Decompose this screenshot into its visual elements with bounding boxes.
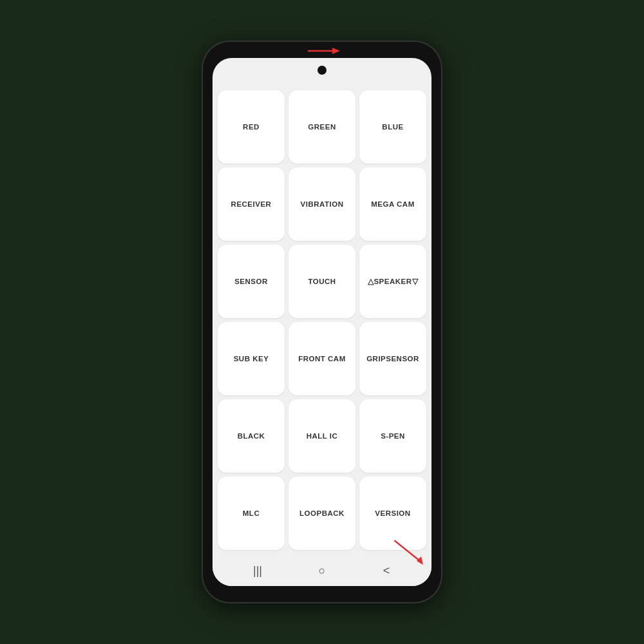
bottom-annotation-arrow xyxy=(394,540,430,569)
grid-btn-receiver[interactable]: RECEIVER xyxy=(218,167,285,241)
grid-btn-hall-ic[interactable]: HALL IC xyxy=(289,399,355,473)
grid-btn-green[interactable]: GREEN xyxy=(289,90,355,164)
home-button[interactable]: ○ xyxy=(309,558,335,583)
grid-btn-mlc[interactable]: MLC xyxy=(218,477,285,550)
front-camera-hole xyxy=(317,66,327,75)
grid-btn-mega-cam[interactable]: MEGA CAM xyxy=(359,167,426,241)
grid-btn-speaker[interactable]: △SPEAKER▽ xyxy=(359,245,426,318)
grid-btn-version[interactable]: VERSION xyxy=(359,477,426,550)
grid-btn-sensor[interactable]: SENSOR xyxy=(218,245,285,318)
grid-btn-gripsensor[interactable]: GRIPSENSOR xyxy=(359,322,426,395)
top-annotation-arrow xyxy=(308,46,343,66)
grid-btn-s-pen[interactable]: S-PEN xyxy=(359,399,426,473)
recent-apps-button[interactable]: ||| xyxy=(245,558,270,583)
phone-device: REDGREENBLUERECEIVERVIBRATIONMEGA CAMSEN… xyxy=(203,42,441,602)
grid-btn-sub-key[interactable]: SUB KEY xyxy=(218,322,285,395)
phone-screen: REDGREENBLUERECEIVERVIBRATIONMEGA CAMSEN… xyxy=(213,58,431,586)
grid-btn-loopback[interactable]: LOOPBACK xyxy=(289,477,355,550)
grid-btn-front-cam[interactable]: FRONT CAM xyxy=(289,322,355,395)
grid-btn-black[interactable]: BLACK xyxy=(218,399,285,473)
svg-marker-1 xyxy=(332,48,340,54)
grid-btn-vibration[interactable]: VIBRATION xyxy=(289,167,355,241)
grid-btn-touch[interactable]: TOUCH xyxy=(289,245,355,318)
svg-marker-3 xyxy=(417,556,423,565)
grid-btn-red[interactable]: RED xyxy=(218,90,285,164)
test-grid: REDGREENBLUERECEIVERVIBRATIONMEGA CAMSEN… xyxy=(213,58,431,555)
grid-btn-blue[interactable]: BLUE xyxy=(359,90,426,164)
svg-line-2 xyxy=(394,540,420,561)
